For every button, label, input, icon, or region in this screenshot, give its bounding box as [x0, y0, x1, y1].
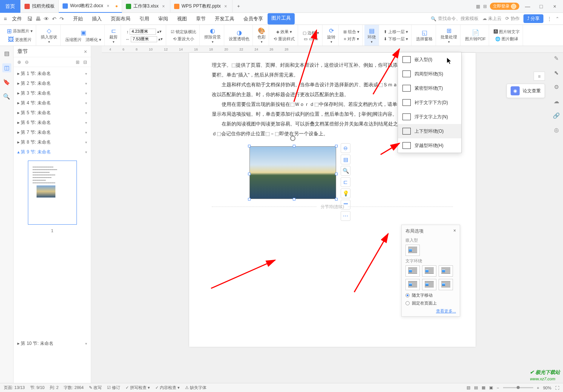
rotate-button[interactable]: ⟳旋转▾	[324, 25, 339, 46]
apps-icon[interactable]: ⊞	[483, 4, 487, 9]
hamburger-icon[interactable]: ≡	[4, 16, 7, 22]
tab-ppt[interactable]: WPS PPT教程.pptx ×	[170, 0, 233, 13]
tab-start[interactable]: 开始	[69, 13, 87, 24]
lock-ratio-checkbox[interactable]: ☑ 锁定纵横比	[171, 28, 196, 35]
status-col[interactable]: 列: 2	[50, 385, 58, 390]
wrap-option-behind[interactable]: 衬于文字下方(D)	[398, 95, 461, 110]
status-page[interactable]: 页面: 13/13	[4, 385, 25, 390]
float-bulb-button[interactable]: 💡	[341, 188, 350, 198]
radio-move-with-text[interactable]: 随文字移动	[405, 292, 456, 298]
combine-button[interactable]: ⊞ 组合 ▾	[343, 28, 360, 35]
panel-toggle-icon[interactable]: ≡	[534, 72, 545, 81]
status-missing-font[interactable]: ⚠ 缺失字体	[185, 385, 207, 390]
crop-button[interactable]: ⊏裁剪▾	[106, 25, 121, 46]
zoom-out-icon[interactable]: −	[497, 386, 499, 390]
tab-template[interactable]: 找稻壳模板	[21, 0, 59, 13]
align-button[interactable]: ≡ 对齐 ▾	[344, 35, 359, 43]
view-mode-icon[interactable]: ▣	[489, 385, 493, 390]
transparency-button[interactable]: ◑设置透明色	[226, 25, 253, 46]
chapter-item[interactable]: ▸ 第 2 节: 未命名▾	[14, 78, 91, 88]
float-minus-button[interactable]: ⊖	[341, 143, 350, 153]
status-spell[interactable]: ✓ 拼写检查 ▾	[125, 385, 150, 390]
new-tab-button[interactable]: ＋	[233, 0, 245, 13]
batch-button[interactable]: ⊞批量处理▾	[438, 25, 460, 46]
chapter-icon[interactable]: ◫	[2, 63, 11, 72]
tab-dev[interactable]: 开发工具	[210, 13, 239, 24]
close-window-button[interactable]: ×	[549, 3, 560, 9]
img-to-text-button[interactable]: 🅰 图片转文字	[494, 28, 520, 35]
tab-reference[interactable]: 引用	[135, 13, 154, 24]
tab-view[interactable]: 视图	[173, 13, 191, 24]
change-image-button[interactable]: 🖼更改图片	[8, 35, 32, 44]
resize-handle[interactable]	[293, 145, 295, 147]
share-button[interactable]: ⤴ 分享	[523, 14, 543, 23]
wrap-option-front[interactable]: 浮于文字上方(N)	[398, 110, 461, 124]
border-button[interactable]: ▢ 边框 ▾	[303, 29, 319, 37]
chapter-item[interactable]: ▸ 第 10 节: 未命名▾	[14, 338, 91, 348]
compress-label[interactable]: 压缩图片	[65, 37, 82, 43]
chapter-item-active[interactable]: ▴ 第 9 节: 未命名▾	[14, 147, 91, 157]
tab-word-doc[interactable]: Word教程2.docx × ●	[59, 0, 122, 13]
wrap-option-tight[interactable]: 紧密型环绕(T)	[398, 81, 461, 95]
chapter-item[interactable]: ▸ 第 3 节: 未命名▾	[14, 88, 91, 98]
chapter-item[interactable]: ▸ 第 1 节: 未命名▾	[14, 69, 91, 78]
cloud-status[interactable]: ☁ 未上云	[482, 15, 502, 22]
compress-button[interactable]: ▣	[81, 28, 86, 37]
tab-section[interactable]: 章节	[191, 13, 210, 24]
style3[interactable]: ▭	[314, 37, 318, 41]
print-icon[interactable]: 🖶	[35, 16, 41, 22]
resize-handle[interactable]	[293, 198, 295, 201]
chapter-item[interactable]: ▸ 第 8 节: 未命名▾	[14, 137, 91, 147]
tab-image-tools[interactable]: 图片工具	[268, 13, 295, 24]
tab-insert[interactable]: 插入	[87, 13, 106, 24]
layout-opt-front[interactable]	[439, 279, 453, 290]
effect-button[interactable]: ◈ 效果 ▾	[276, 28, 292, 35]
page-thumbnail[interactable]: ▬▬▬▬▬▬▬▬▬▬▬▬▬▬▬▬▬▬▬▬▬▬▬▬▬▬▬▬▬▬▬▬▬▬▬▬▬▬▬▬…	[28, 161, 77, 225]
status-words[interactable]: 字数: 2864	[64, 385, 84, 390]
tab-layout[interactable]: 页面布局	[106, 13, 135, 24]
command-search[interactable]: 🔍 查找命令、搜索模板	[431, 15, 479, 22]
close-icon[interactable]: ×	[106, 3, 111, 9]
layout-opt-topbottom[interactable]	[405, 279, 420, 290]
chapter-item[interactable]: ▸ 第 5 节: 未命名▾	[14, 108, 91, 118]
zoom-slider[interactable]	[503, 387, 533, 388]
chevron-icon[interactable]: ⌃	[555, 16, 559, 21]
outline-icon[interactable]: ▤	[2, 49, 11, 58]
clarity-button[interactable]: 清晰化 ▾	[86, 37, 101, 43]
move-down-button[interactable]: ⬇ 下移一层 ▾	[384, 35, 408, 43]
collab-button[interactable]: ⟳ 协作	[505, 15, 519, 22]
status-revise[interactable]: ☑ 修订	[107, 385, 120, 390]
resize-handle[interactable]	[248, 145, 251, 147]
panel-close-icon[interactable]: ×	[84, 49, 87, 55]
cloud-icon[interactable]: ☁	[554, 98, 559, 105]
select-pane-button[interactable]: ◱选择窗格	[413, 25, 436, 46]
view-mode-icon[interactable]: ▤	[474, 385, 478, 390]
view-mode-icon[interactable]: ▧	[467, 385, 470, 390]
remove-bg-button[interactable]: ◐抠除背景▾	[201, 25, 224, 46]
search-panel-icon[interactable]: 🔍	[2, 92, 11, 101]
resize-handle[interactable]	[335, 198, 338, 201]
reset-style-button[interactable]: ⟲ 重设样式	[274, 35, 295, 43]
add-section-icon[interactable]: ⊕	[17, 60, 21, 65]
layout-opt-square[interactable]	[405, 265, 420, 277]
preview-icon[interactable]: 👁	[44, 16, 49, 22]
undo-icon[interactable]: ↶	[52, 16, 57, 22]
resize-handle[interactable]	[248, 198, 251, 201]
save-icon[interactable]: 🖫	[27, 16, 32, 22]
select-icon[interactable]: ⬉	[554, 69, 559, 76]
float-crop-button[interactable]: ⊏	[341, 177, 350, 187]
tab-home[interactable]: 首页	[0, 0, 21, 13]
style1[interactable]: ▭	[304, 37, 308, 41]
fullscreen-icon[interactable]: ⛶	[555, 386, 559, 390]
minimize-button[interactable]: —	[522, 3, 533, 9]
chapter-item[interactable]: ▸ 第 6 节: 未命名▾	[14, 118, 91, 127]
tab-excel[interactable]: 工作簿3.xlsx ×	[122, 0, 170, 13]
close-icon[interactable]: ×	[223, 4, 228, 9]
more-icon[interactable]: ⋮	[547, 16, 552, 21]
view-mode-icon[interactable]: ▦	[482, 385, 485, 390]
tab-member[interactable]: 会员专享	[239, 13, 268, 24]
grid-icon[interactable]: ▦	[476, 4, 480, 9]
width-input[interactable]	[131, 36, 157, 42]
see-more-link[interactable]: 查看更多...	[405, 308, 456, 314]
link-icon[interactable]: 🔗	[553, 112, 560, 119]
